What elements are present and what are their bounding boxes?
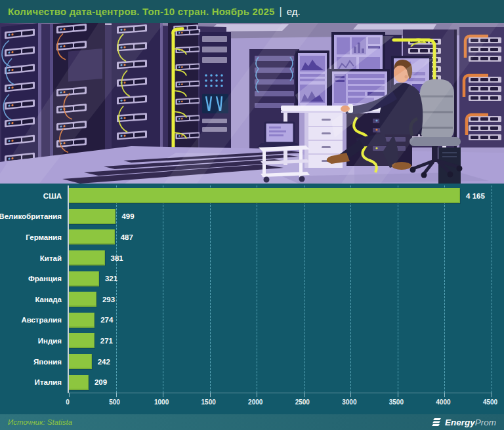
value-label: 242 <box>98 358 110 366</box>
tick-mark <box>398 393 398 397</box>
tick-mark <box>444 393 445 397</box>
value-label: 293 <box>102 296 115 303</box>
bar-row: Великобритания499 <box>69 209 492 224</box>
energy-bars-icon <box>432 418 442 427</box>
category-label: Канада <box>35 296 62 303</box>
tick-mark <box>350 393 351 397</box>
bar-row: Франция321 <box>69 271 492 286</box>
brand-name-bold: Energy <box>445 418 475 427</box>
bar <box>69 229 115 244</box>
bar-chart: США4 165Великобритания499Германия487Кита… <box>0 184 504 414</box>
bar-row: Италия209 <box>69 375 492 390</box>
value-label: 274 <box>100 316 113 324</box>
bar-rows: США4 165Великобритания499Германия487Кита… <box>69 186 492 393</box>
tick-label: 500 <box>109 399 120 406</box>
infographic-page: Количество дата-центров. Топ-10 стран. Н… <box>0 0 504 430</box>
page-title: Количество дата-центров. Топ-10 стран. Н… <box>8 6 275 17</box>
category-label: Германия <box>26 233 62 241</box>
tick-mark <box>304 393 304 397</box>
title-separator: | <box>280 6 282 18</box>
value-label: 321 <box>105 275 117 283</box>
bar <box>69 250 105 265</box>
value-label: 499 <box>121 212 134 220</box>
x-axis: 050010001500200025003000350040004500 <box>68 399 490 408</box>
source-label: Источник: Statista <box>8 418 72 426</box>
category-label: Япония <box>33 358 62 366</box>
title-bar: Количество дата-центров. Топ-10 стран. Н… <box>0 0 504 23</box>
tick-label: 1500 <box>201 399 216 406</box>
value-label: 381 <box>111 254 123 262</box>
brand-logo: EnergyProm <box>432 418 496 427</box>
category-label: Франция <box>28 275 62 283</box>
bar <box>69 375 89 390</box>
category-label: Австралия <box>21 316 62 324</box>
tick-mark <box>257 393 257 397</box>
footer: Источник: Statista EnergyProm <box>0 414 504 430</box>
tick-label: 4000 <box>436 399 450 406</box>
bar-row: Германия487 <box>69 229 492 244</box>
bar-row: Канада293 <box>69 292 492 307</box>
tick-mark <box>492 393 492 397</box>
bar-row: Япония242 <box>69 354 492 369</box>
bar <box>69 188 460 203</box>
server-room-art <box>0 23 504 184</box>
tick-label: 1000 <box>154 399 169 406</box>
title-unit: ед. <box>287 6 301 17</box>
category-label: Италия <box>35 378 62 386</box>
bar <box>69 292 96 307</box>
plot-area: США4 165Великобритания499Германия487Кита… <box>68 186 492 393</box>
bar <box>69 354 92 369</box>
bar-row: Австралия274 <box>69 313 492 328</box>
category-label: Китай <box>40 254 62 262</box>
bar-row: США4 165 <box>69 188 492 203</box>
tick-mark <box>210 393 211 397</box>
category-label: Великобритания <box>0 212 62 220</box>
value-label: 4 165 <box>466 192 485 200</box>
tick-label: 0 <box>66 399 70 406</box>
category-label: США <box>43 192 62 200</box>
bar <box>69 313 94 328</box>
tick-label: 2500 <box>295 399 310 406</box>
tick-mark <box>69 393 70 397</box>
value-label: 271 <box>100 337 113 345</box>
bar-row: Китай381 <box>69 250 492 265</box>
brand-name-light: Prom <box>475 418 496 427</box>
gridline <box>492 186 492 393</box>
bar <box>69 209 116 224</box>
tick-label: 3500 <box>389 399 404 406</box>
tick-label: 3000 <box>342 399 356 406</box>
bar <box>69 271 99 286</box>
bar <box>69 333 94 348</box>
category-label: Индия <box>38 337 62 345</box>
bar-row: Индия271 <box>69 333 492 348</box>
value-label: 487 <box>121 233 133 241</box>
tick-mark <box>116 393 117 397</box>
tick-mark <box>163 393 163 397</box>
server-room-illustration <box>0 23 504 184</box>
value-label: 209 <box>94 378 107 386</box>
tick-label: 4500 <box>483 399 497 406</box>
tick-label: 2000 <box>248 399 262 406</box>
